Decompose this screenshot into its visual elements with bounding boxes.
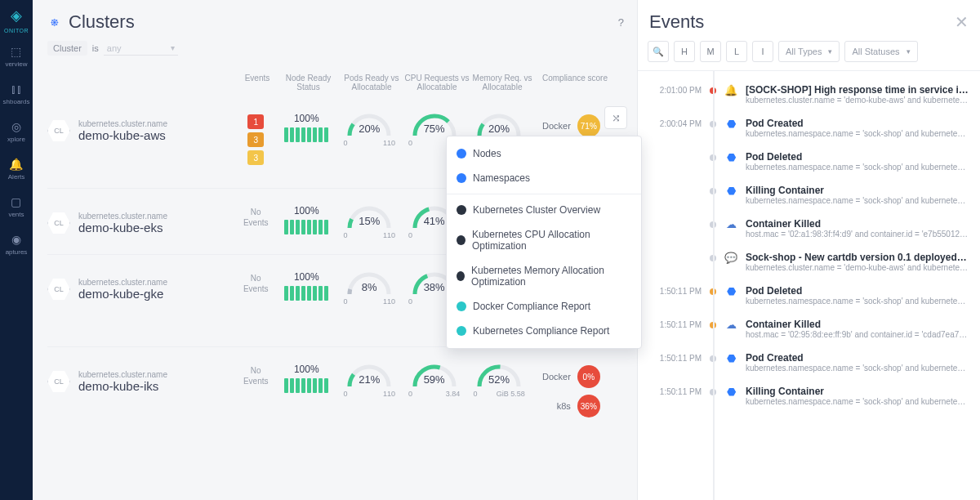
node-ready-bars [276, 286, 336, 301]
event-item[interactable]: 1:50:11 PM ⬣ Pod Deleted kubernetes.name… [638, 279, 973, 312]
event-subtitle: kubernetes.namespace.name = 'sock-shop' … [746, 397, 969, 406]
types-select[interactable]: All Types▾ [778, 41, 840, 62]
event-type-icon: ⬣ [724, 185, 737, 205]
gauge-value: 20% [346, 123, 392, 135]
nav-label: xplore [7, 136, 25, 143]
node-ready-col: 100% [276, 113, 336, 142]
popup-item[interactable]: Kubernetes Compliance Report [447, 319, 641, 343]
help-icon[interactable]: ? [618, 16, 624, 29]
events-filters: 🔍 H M L I All Types▾ All Statuses▾ [638, 41, 980, 71]
popup-item[interactable]: Kubernetes Memory Allocation Optimizatio… [447, 258, 641, 294]
sidenav-item-1[interactable]: ⫿⫿ shboards [3, 83, 30, 105]
node-ready-col: 100% [276, 271, 336, 301]
severity-filter-i[interactable]: I [752, 41, 773, 62]
filter-scope-chip[interactable]: Cluster [47, 41, 87, 56]
nav-icon: ▢ [11, 195, 21, 208]
sidenav-item-4[interactable]: ▢ vents [3, 195, 30, 218]
event-type-icon: ⬣ [724, 118, 737, 138]
event-item[interactable]: ⬣ Killing Container kubernetes.namespace… [638, 178, 973, 212]
event-subtitle: kubernetes.cluster.name = 'demo-kube-aws… [746, 263, 969, 272]
chevron-down-icon: ▾ [171, 43, 175, 52]
sidenav-item-0[interactable]: ⬚ verview [3, 45, 30, 68]
event-title: Pod Created [746, 118, 969, 129]
popup-item[interactable]: Docker Compliance Report [447, 294, 641, 319]
event-subtitle: kubernetes.namespace.name = 'sock-shop' … [746, 364, 969, 373]
nav-label: shboards [3, 98, 30, 105]
events-col: 133 [235, 113, 276, 165]
sidenav-item-5[interactable]: ◉ aptures [3, 233, 30, 256]
event-time: 1:50:11 PM [638, 285, 702, 306]
cluster-hex-icon: CL [47, 212, 70, 234]
events-panel: Events ✕ 🔍 H M L I All Types▾ All Status… [637, 0, 980, 500]
event-time [638, 185, 702, 205]
event-time: 1:50:11 PM [638, 319, 702, 339]
cluster-name: demo-kube-aws [78, 128, 167, 142]
cluster-label: kubernetes.cluster.name [78, 119, 167, 128]
timeline-line [713, 71, 715, 500]
popup-dot-icon [457, 326, 466, 336]
popup-item[interactable]: Nodes [447, 141, 641, 166]
event-item[interactable]: 1:50:11 PM ⬣ Pod Created kubernetes.name… [638, 346, 973, 379]
popup-item[interactable]: Namespaces [447, 166, 641, 190]
events-title: Events [649, 11, 704, 33]
logo-icon: ◈ [11, 7, 22, 25]
severity-filter-h[interactable]: H [674, 41, 695, 62]
event-type-icon: ⬣ [724, 285, 737, 306]
cluster-label: kubernetes.cluster.name [78, 278, 167, 287]
popup-dot-icon [457, 149, 466, 158]
severity-filter-m[interactable]: M [700, 41, 721, 62]
no-events-label: NoEvents [243, 207, 269, 228]
cluster-identity[interactable]: CL kubernetes.cluster.name demo-kube-aws [47, 113, 235, 142]
column-headers: Events Node Ready Status Pods Ready vs A… [47, 74, 629, 92]
event-subtitle: host.mac = '02:a1:98:3f:f4:d9' and conta… [746, 230, 969, 239]
search-icon[interactable]: 🔍 [648, 41, 669, 62]
gauge: 21% [346, 364, 392, 388]
popup-item[interactable]: Kubernetes CPU Allocation Optimization [447, 222, 641, 258]
cluster-identity[interactable]: CL kubernetes.cluster.name demo-kube-iks [47, 364, 235, 393]
gauge: 15% [346, 205, 392, 230]
event-badge[interactable]: 3 [247, 132, 264, 147]
cluster-label: kubernetes.cluster.name [78, 370, 167, 379]
cluster-identity[interactable]: CL kubernetes.cluster.name demo-kube-eks [47, 205, 235, 234]
events-col: NoEvents [235, 364, 276, 386]
event-time [638, 218, 702, 239]
event-title: Killing Container [746, 185, 969, 196]
popup-item[interactable]: Kubernetes Cluster Overview [447, 198, 641, 222]
gauge: 8% [346, 271, 392, 296]
event-badge[interactable]: 3 [247, 150, 264, 165]
event-item[interactable]: 2:00:04 PM ⬣ Pod Created kubernetes.name… [638, 111, 973, 145]
event-title: Pod Deleted [746, 285, 969, 297]
gauge-value: 15% [346, 215, 392, 227]
sidenav-item-2[interactable]: ◎ xplore [3, 120, 30, 143]
event-type-icon: ⬣ [724, 386, 737, 406]
event-item[interactable]: 💬 Sock-shop - New cartdb version 0.1 dep… [638, 245, 973, 279]
event-item[interactable]: 2:01:00 PM 🔔 [SOCK-SHOP] High response t… [638, 78, 973, 111]
cluster-hex-icon: CL [47, 119, 70, 142]
event-item[interactable]: 1:50:11 PM ☁ Container Killed host.mac =… [638, 312, 973, 346]
event-item[interactable]: ⬣ Pod Deleted kubernetes.namespace.name … [638, 145, 973, 178]
popup-dot-icon [457, 173, 466, 183]
severity-filter-l[interactable]: L [726, 41, 747, 62]
event-item[interactable]: ☁ Container Killed host.mac = '02:a1:98:… [638, 212, 973, 245]
compliance-pill: 36% [577, 395, 600, 417]
event-time: 2:01:00 PM [638, 84, 702, 105]
event-badge[interactable]: 1 [247, 114, 264, 129]
cluster-label: kubernetes.cluster.name [78, 212, 167, 221]
events-col: NoEvents [235, 205, 276, 228]
row-action-popup: NodesNamespacesKubernetes Cluster Overvi… [446, 136, 642, 349]
popup-dot-icon [457, 235, 466, 245]
event-subtitle: kubernetes.namespace.name = 'sock-shop' … [746, 163, 969, 172]
row-action-button[interactable]: ⤭ [604, 106, 627, 129]
nav-icon: 🔔 [9, 158, 23, 171]
gauge-value: 75% [412, 123, 457, 135]
cluster-identity[interactable]: CL kubernetes.cluster.name demo-kube-gke [47, 271, 235, 301]
close-icon[interactable]: ✕ [955, 12, 969, 32]
event-title: Container Killed [746, 319, 969, 330]
event-item[interactable]: 1:50:11 PM ⬣ Killing Container kubernete… [638, 379, 973, 413]
node-ready-bars [276, 220, 336, 234]
cluster-name: demo-kube-iks [78, 379, 167, 393]
sidenav-item-3[interactable]: 🔔 Alerts [3, 158, 30, 181]
filter-value-select[interactable]: any ▾ [104, 42, 178, 56]
nav-icon: ◎ [11, 120, 21, 133]
statuses-select[interactable]: All Statuses▾ [844, 41, 917, 62]
